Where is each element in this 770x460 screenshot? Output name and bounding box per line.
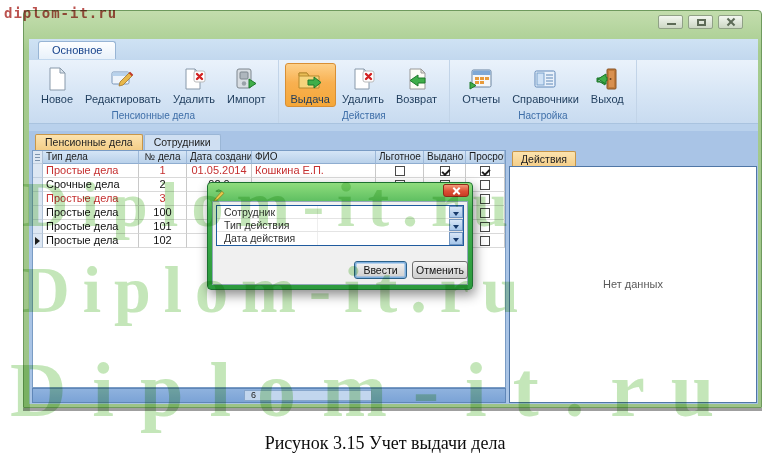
ribbon-tab-main[interactable]: Основное: [38, 41, 116, 59]
return-icon: [404, 66, 430, 92]
ribbon-divider: [29, 124, 758, 131]
field-label: Тип действия: [217, 219, 317, 231]
dialog-note-icon: [213, 187, 226, 200]
cell-num: 1: [139, 164, 187, 178]
table-row[interactable]: Простые дела101.05.2014Кошкина Е.П.: [33, 164, 505, 178]
delete-icon: [350, 66, 376, 92]
action-type-value-field[interactable]: [317, 219, 449, 231]
dialog-fields: СотрудникТип действияДата действия: [216, 205, 464, 246]
ribbon-button-return[interactable]: Возврат: [390, 63, 443, 107]
current-row-marker: [35, 237, 40, 245]
column-header[interactable]: Выдано: [424, 151, 466, 164]
field-label: Сотрудник: [217, 206, 317, 218]
ribbon-button-delete-case[interactable]: Удалить: [167, 63, 221, 107]
ribbon-group-2: ВыдачаУдалитьВозвратДействия: [279, 60, 451, 123]
tab-actions[interactable]: Действия: [512, 151, 576, 167]
column-header[interactable]: Тип дела: [43, 151, 139, 164]
ribbon-button-directories[interactable]: Справочники: [506, 63, 585, 107]
column-header[interactable]: Льготное: [376, 151, 424, 164]
edit-icon: [110, 66, 136, 92]
ribbon-button-label: Отчеты: [462, 93, 500, 105]
cancel-button[interactable]: Отменить: [412, 261, 468, 279]
dialog-field-action-type: Тип действия: [217, 219, 463, 232]
ribbon-button-label: Новое: [41, 93, 73, 105]
ribbon-button-label: Импорт: [227, 93, 265, 105]
cell-type: Простые дела: [43, 192, 139, 206]
ribbon-group-1: НовоеРедактироватьУдалитьИмпортПенсионны…: [29, 60, 279, 123]
column-header[interactable]: Просроч: [466, 151, 505, 164]
close-button[interactable]: [718, 15, 743, 29]
action-date-value-field[interactable]: [317, 232, 449, 245]
ribbon-button-label: Возврат: [396, 93, 437, 105]
cell-type: Срочные дела: [43, 178, 139, 192]
row-selector[interactable]: [33, 164, 43, 178]
minimize-button[interactable]: [658, 15, 683, 29]
row-selector[interactable]: [33, 220, 43, 234]
cell-type: Простые дела: [43, 206, 139, 220]
cell-type: Простые дела: [43, 164, 139, 178]
record-navigator[interactable]: 6: [32, 388, 506, 403]
ribbon-button-label: Выход: [591, 93, 624, 105]
cell-checkbox: [376, 164, 424, 178]
exit-icon: [594, 66, 620, 92]
enter-button[interactable]: Ввести: [354, 261, 407, 279]
column-header[interactable]: № дела: [139, 151, 187, 164]
tab-pension-cases[interactable]: Пенсионные дела: [35, 134, 143, 150]
document-page: Основное НовоеРедактироватьУдалитьИмпорт…: [0, 0, 770, 460]
checkbox-unchecked[interactable]: [480, 222, 490, 232]
directories-icon: [532, 66, 558, 92]
ribbon-button-label: Справочники: [512, 93, 579, 105]
cell-num: 101: [139, 220, 187, 234]
checkbox-checked[interactable]: [480, 166, 490, 176]
cell-type: Простые дела: [43, 220, 139, 234]
content-tabs: Пенсионные делаСотрудники: [32, 134, 506, 150]
figure-caption: Рисунок 3.15 Учет выдачи дела: [0, 433, 770, 454]
ribbon-button-issue[interactable]: Выдача: [285, 63, 336, 107]
ribbon-button-new[interactable]: Новое: [35, 63, 79, 107]
cell-fio: Кошкина Е.П.: [252, 164, 376, 178]
ribbon-button-label: Выдача: [291, 93, 330, 105]
dialog-close-button[interactable]: [443, 184, 469, 197]
ribbon-button-exit[interactable]: Выход: [585, 63, 630, 107]
window-controls: [658, 15, 743, 29]
ribbon-button-edit[interactable]: Редактировать: [79, 63, 167, 107]
row-selector[interactable]: [33, 178, 43, 192]
ribbon: НовоеРедактироватьУдалитьИмпортПенсионны…: [29, 60, 758, 124]
ribbon-group-label: Действия: [279, 110, 450, 122]
row-selector[interactable]: [33, 192, 43, 206]
action-date-dropdown-button[interactable]: [449, 232, 463, 245]
grid-header-row: Тип дела№ делаДата созданияФИОЛьготноеВы…: [33, 151, 505, 164]
cell-num: 2: [139, 178, 187, 192]
employee-value-field[interactable]: [317, 206, 449, 218]
column-header[interactable]: Дата создания: [187, 151, 252, 164]
checkbox-unchecked[interactable]: [395, 166, 405, 176]
cell-type: Простые дела: [43, 234, 139, 248]
ribbon-button-import[interactable]: Импорт: [221, 63, 271, 107]
ribbon-tabstrip: Основное: [29, 39, 758, 60]
reports-icon: [468, 66, 494, 92]
checkbox-unchecked[interactable]: [480, 180, 490, 190]
checkbox-checked[interactable]: [440, 166, 450, 176]
row-selector[interactable]: [33, 234, 43, 248]
action-type-dropdown-button[interactable]: [449, 219, 463, 231]
dialog-titlebar[interactable]: [212, 187, 468, 201]
ribbon-button-reports[interactable]: Отчеты: [456, 63, 506, 107]
cell-num: 100: [139, 206, 187, 220]
ribbon-button-label: Удалить: [342, 93, 384, 105]
issue-icon: [297, 66, 323, 92]
dialog-field-employee: Сотрудник: [217, 206, 463, 219]
checkbox-unchecked[interactable]: [480, 208, 490, 218]
window-titlebar[interactable]: [24, 11, 761, 39]
tab-employees[interactable]: Сотрудники: [144, 134, 221, 150]
checkbox-unchecked[interactable]: [480, 236, 490, 246]
column-header[interactable]: ФИО: [252, 151, 376, 164]
ribbon-group-3: ОтчетыСправочникиВыходНастройка: [450, 60, 637, 123]
issue-dialog: СотрудникТип действияДата действия Ввест…: [207, 182, 473, 290]
select-all-cell[interactable]: [33, 151, 43, 164]
row-selector[interactable]: [33, 206, 43, 220]
employee-dropdown-button[interactable]: [449, 206, 463, 218]
field-label: Дата действия: [217, 232, 317, 245]
ribbon-button-delete-action[interactable]: Удалить: [336, 63, 390, 107]
maximize-button[interactable]: [688, 15, 713, 29]
checkbox-unchecked[interactable]: [480, 194, 490, 204]
